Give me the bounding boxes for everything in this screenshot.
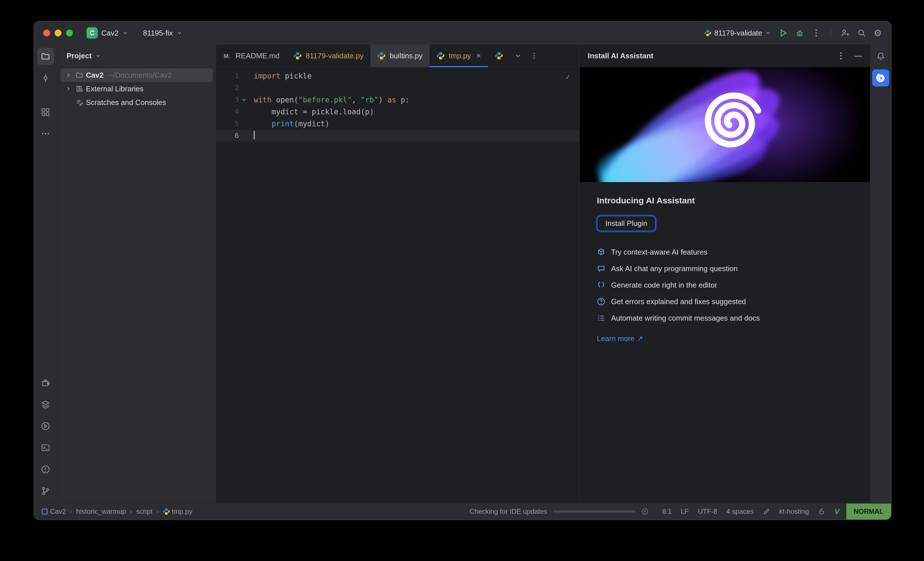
- more-options-kebab-icon[interactable]: [812, 28, 821, 38]
- python-icon: [377, 51, 386, 60]
- divider: [830, 28, 831, 38]
- add-user-icon[interactable]: [841, 28, 850, 38]
- install-plugin-button[interactable]: Install Plugin: [597, 216, 656, 231]
- edit-mode-icon[interactable]: [758, 508, 775, 515]
- breadcrumb-item[interactable]: tmp.py: [172, 507, 192, 516]
- ai-swirl-logo-icon: [580, 67, 870, 182]
- services-tool-button[interactable]: [37, 418, 54, 435]
- python-icon: [495, 51, 503, 60]
- tab-readme-md[interactable]: M↓README.md: [216, 44, 286, 67]
- ai-heading: Introducing AI Assistant: [597, 196, 853, 206]
- project-panel-header[interactable]: Project: [57, 44, 216, 67]
- panel-options-kebab-icon[interactable]: [836, 51, 846, 60]
- traffic-light-close[interactable]: [43, 30, 50, 36]
- project-panel: Project Cav2~/Documents/Cav2External Lib…: [57, 44, 216, 503]
- play-circle-icon: [41, 422, 50, 431]
- structure-icon: [41, 108, 50, 117]
- editor-tab-bar: M↓README.md81179-validate.pybuiltins.pyt…: [216, 44, 579, 68]
- vim-mode-badge[interactable]: NORMAL: [846, 504, 891, 519]
- bell-icon: [876, 52, 885, 61]
- tree-item-external-libraries[interactable]: External Libraries: [60, 82, 213, 96]
- terminal-tool-button[interactable]: [37, 439, 54, 456]
- run-config-selector[interactable]: 81179-validate: [704, 29, 771, 38]
- project-name: Cav2: [101, 29, 118, 38]
- code-text: [249, 130, 255, 142]
- code-text: import pickle: [249, 70, 312, 82]
- python-icon: [436, 51, 445, 60]
- chat-icon: [597, 264, 605, 273]
- notifications-button[interactable]: [872, 48, 889, 65]
- chevron-right-icon[interactable]: [64, 72, 73, 78]
- code-area[interactable]: ✓ 1import pickle23with open("before.pkl"…: [216, 68, 579, 503]
- cancel-progress-icon[interactable]: [641, 508, 649, 515]
- tab-icon-only[interactable]: [488, 44, 510, 67]
- tree-item-label: Scratches and Consoles: [86, 98, 166, 107]
- project-switcher[interactable]: C Cav2: [87, 27, 128, 39]
- traffic-light-zoom[interactable]: [66, 30, 73, 36]
- structure-tool-button[interactable]: [37, 104, 54, 121]
- version-control-tool-button[interactable]: [37, 483, 54, 500]
- commit-tool-button[interactable]: [37, 69, 54, 87]
- tab-81179-validate-py[interactable]: 81179-validate.py: [286, 44, 370, 67]
- tab-tmp-py[interactable]: tmp.py×: [430, 44, 488, 67]
- caret-position[interactable]: 6:1: [658, 507, 676, 516]
- search-icon[interactable]: [857, 28, 866, 38]
- ai-feature-text: Generate code right in the editor: [611, 281, 717, 290]
- project-badge-icon: C: [87, 27, 98, 39]
- tree-item-scratches-and-consoles[interactable]: Scratches and Consoles: [60, 96, 213, 109]
- code-line: 6: [216, 130, 579, 142]
- breadcrumb-item[interactable]: script: [136, 507, 153, 516]
- vim-plugin-icon[interactable]: V: [830, 507, 844, 516]
- ai-feature-item: Try context-aware AI features: [597, 244, 853, 260]
- fold-chevron-icon[interactable]: [239, 94, 249, 106]
- branch-name: 81195-fix: [143, 29, 173, 38]
- close-tab-icon[interactable]: ×: [476, 51, 482, 60]
- code-text: with open("before.pkl", "rb") as p:: [249, 94, 410, 106]
- python-console-tool-button[interactable]: [37, 396, 54, 413]
- indent-selector[interactable]: 4 spaces: [722, 507, 758, 516]
- branch-widget[interactable]: 81195-fix: [140, 29, 183, 38]
- run-icon[interactable]: [778, 28, 788, 38]
- tree-item-cav2[interactable]: Cav2~/Documents/Cav2: [60, 68, 213, 82]
- ai-feature-text: Try context-aware AI features: [611, 248, 708, 256]
- svg-text:M: M: [224, 52, 228, 59]
- inspections-ok-icon[interactable]: ✓: [565, 72, 570, 82]
- hide-panel-icon[interactable]: —: [855, 52, 862, 60]
- ai-feature-text: Automate writing commit messages and doc…: [611, 314, 760, 322]
- debug-icon[interactable]: [795, 28, 804, 38]
- ai-panel-title: Install AI Assistant: [588, 51, 654, 60]
- code-line: 2: [216, 82, 579, 94]
- line-number: 2: [216, 82, 239, 94]
- tree-item-label: External Libraries: [86, 84, 143, 93]
- settings-gear-icon[interactable]: ⚙: [874, 28, 882, 38]
- hidden-tabs-chevron-icon[interactable]: [510, 44, 526, 67]
- tab-options-kebab-icon[interactable]: [526, 44, 542, 67]
- ai-assistant-tool-button[interactable]: [872, 69, 889, 87]
- editor: M↓README.md81179-validate.pybuiltins.pyt…: [216, 44, 579, 503]
- traffic-light-minimize[interactable]: [55, 30, 62, 36]
- encoding-selector[interactable]: UTF-8: [693, 507, 722, 516]
- learn-more-link[interactable]: Learn more ↗: [597, 334, 643, 343]
- ai-feature-text: Get errors explained and fixes suggested: [611, 297, 746, 306]
- run-config-name: 81179-validate: [714, 29, 762, 38]
- git-branch-icon: [41, 486, 50, 496]
- problems-tool-button[interactable]: [37, 461, 54, 478]
- more-tools-button[interactable]: [37, 125, 54, 142]
- ai-feature-item: Generate code right in the editor: [597, 277, 853, 293]
- chevron-down-icon: [95, 52, 101, 59]
- terminal-icon: [41, 443, 50, 452]
- line-ending-selector[interactable]: LF: [676, 507, 693, 516]
- chevron-down-icon: [122, 30, 128, 36]
- ai-feature-item: Ask AI chat any programming question: [597, 260, 853, 277]
- python-icon: [293, 51, 302, 60]
- python-packages-tool-button[interactable]: [37, 374, 54, 392]
- project-tool-button[interactable]: [37, 48, 54, 65]
- unlocked-icon[interactable]: [813, 508, 830, 515]
- tree-item-label: Cav2: [86, 71, 104, 80]
- tab-builtins-py[interactable]: builtins.py: [370, 44, 430, 67]
- ai-panel-header: Install AI Assistant —: [580, 44, 870, 67]
- breadcrumb-item[interactable]: historic_warmup: [76, 507, 126, 516]
- breadcrumb-item[interactable]: Cav2: [50, 507, 66, 516]
- interpreter-selector[interactable]: kt-hosting: [775, 507, 813, 516]
- chevron-right-icon[interactable]: [64, 86, 73, 92]
